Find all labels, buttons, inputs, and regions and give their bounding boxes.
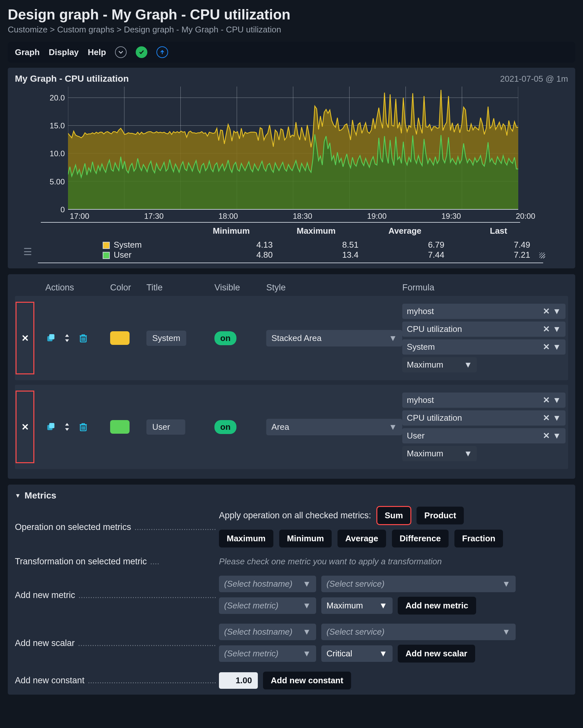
series-row-system: ✕ System on Stacked Area▼: [15, 296, 568, 380]
svg-rect-15: [49, 334, 54, 339]
formula-tag-host[interactable]: myhost✕▼: [402, 392, 565, 408]
arrow-up-icon[interactable]: [157, 46, 168, 58]
clone-icon[interactable]: [45, 333, 56, 344]
scalar-metric-select[interactable]: (Select metric)▼: [219, 645, 316, 662]
page-title: Design graph - My Graph - CPU utilizatio…: [8, 6, 575, 23]
chart-timestamp: 2021-07-05 @ 1m: [500, 74, 568, 84]
scalar-level-select[interactable]: Critical▼: [321, 645, 393, 662]
style-select[interactable]: Stacked Area▼: [266, 330, 402, 346]
formula-tag-metric-group[interactable]: CPU utilization✕▼: [402, 321, 565, 337]
swatch-user: [103, 252, 110, 259]
series-header: Actions Color Title Visible Style Formul…: [15, 280, 568, 296]
color-chip-system[interactable]: [110, 331, 130, 345]
op-sum-button[interactable]: Sum: [377, 506, 411, 524]
metrics-section-toggle[interactable]: ▼ Metrics: [15, 490, 568, 501]
legend-row-system: System 4.13 8.51 6.79 7.49: [64, 240, 543, 250]
visible-toggle[interactable]: on: [215, 420, 237, 434]
add-metric-button[interactable]: Add new metric: [398, 597, 476, 615]
hamburger-icon[interactable]: ☰: [23, 246, 32, 257]
menu-display[interactable]: Display: [49, 47, 79, 57]
chart-y-axis: 05.0010.015.020.0: [41, 86, 68, 210]
style-select[interactable]: Area▼: [266, 419, 402, 435]
highlight-box: [16, 302, 34, 374]
formula-tag-host[interactable]: myhost✕▼: [402, 304, 565, 319]
op-product-button[interactable]: Product: [417, 506, 464, 524]
transform-label: Transformation on selected metric: [15, 556, 147, 567]
add-constant-button[interactable]: Add new constant: [263, 672, 351, 690]
series-row-user: ✕ User on Area▼: [15, 385, 568, 469]
stats-header: Minimum Maximum Average Last: [41, 222, 520, 238]
svg-rect-18: [49, 423, 54, 428]
op-prompt: Apply operation on all checked metrics:: [219, 511, 371, 521]
triangle-down-icon: ▼: [15, 492, 21, 499]
metric-metric-select[interactable]: (Select metric)▼: [219, 597, 316, 614]
op-minimum-button[interactable]: Minimum: [279, 530, 332, 547]
breadcrumb[interactable]: Customize > Custom graphs > Design graph…: [8, 25, 575, 35]
scalar-hostname-select[interactable]: (Select hostname)▼: [219, 624, 316, 640]
op-maximum-button[interactable]: Maximum: [219, 530, 273, 547]
op-fraction-button[interactable]: Fraction: [454, 530, 503, 547]
chart-title: My Graph - CPU utilization: [15, 74, 129, 84]
add-metric-label: Add new metric: [15, 590, 75, 600]
constant-value-input[interactable]: 1.00: [219, 672, 258, 689]
formula-tag-metric-group[interactable]: CPU utilization✕▼: [402, 410, 565, 425]
add-scalar-button[interactable]: Add new scalar: [398, 645, 475, 662]
scalar-service-select[interactable]: (Select service)▼: [321, 624, 516, 640]
color-chip-user[interactable]: [110, 420, 130, 434]
chart-x-axis: 17:0017:3018:0018:3019:0019:3020:00: [68, 212, 518, 221]
formula-tag-consolidation[interactable]: Maximum▼: [402, 446, 477, 461]
metrics-panel: ▼ Metrics Operation on selected metrics …: [8, 485, 575, 695]
highlight-box: [16, 391, 34, 463]
clone-icon[interactable]: [45, 421, 56, 433]
trash-icon[interactable]: [78, 421, 89, 433]
series-panel: Actions Color Title Visible Style Formul…: [8, 274, 575, 479]
formula-tag-consolidation[interactable]: Maximum▼: [402, 357, 477, 372]
visible-toggle[interactable]: on: [215, 331, 237, 345]
formula-tag-metric[interactable]: System✕▼: [402, 339, 565, 355]
metric-consolidation-select[interactable]: Maximum▼: [321, 597, 393, 614]
metric-hostname-select[interactable]: (Select hostname)▼: [219, 576, 316, 592]
series-title-input[interactable]: System: [146, 331, 186, 346]
trash-icon[interactable]: [78, 333, 89, 344]
chevron-down-icon[interactable]: [115, 46, 127, 58]
op-difference-button[interactable]: Difference: [392, 530, 449, 547]
chart-panel: My Graph - CPU utilization 2021-07-05 @ …: [8, 68, 575, 268]
menubar: Graph Display Help: [8, 42, 575, 62]
add-constant-label: Add new constant: [15, 675, 85, 685]
chart-plot-area[interactable]: [68, 86, 518, 210]
op-average-button[interactable]: Average: [337, 530, 386, 547]
metric-service-select[interactable]: (Select service)▼: [321, 576, 516, 592]
menu-graph[interactable]: Graph: [15, 47, 40, 57]
add-scalar-label: Add new scalar: [15, 638, 75, 648]
sort-updown-icon[interactable]: [61, 333, 73, 344]
menu-help[interactable]: Help: [88, 47, 106, 57]
check-icon[interactable]: [136, 46, 147, 58]
swatch-system: [103, 242, 110, 249]
legend-row-user: User 4.80 13.4 7.44 7.21: [64, 250, 543, 260]
formula-tag-metric[interactable]: User✕▼: [402, 428, 565, 443]
series-title-input[interactable]: User: [146, 419, 185, 435]
transform-hint: Please check one metric you want to appl…: [219, 556, 568, 567]
op-label: Operation on selected metrics: [15, 522, 131, 532]
sort-updown-icon[interactable]: [61, 421, 73, 433]
